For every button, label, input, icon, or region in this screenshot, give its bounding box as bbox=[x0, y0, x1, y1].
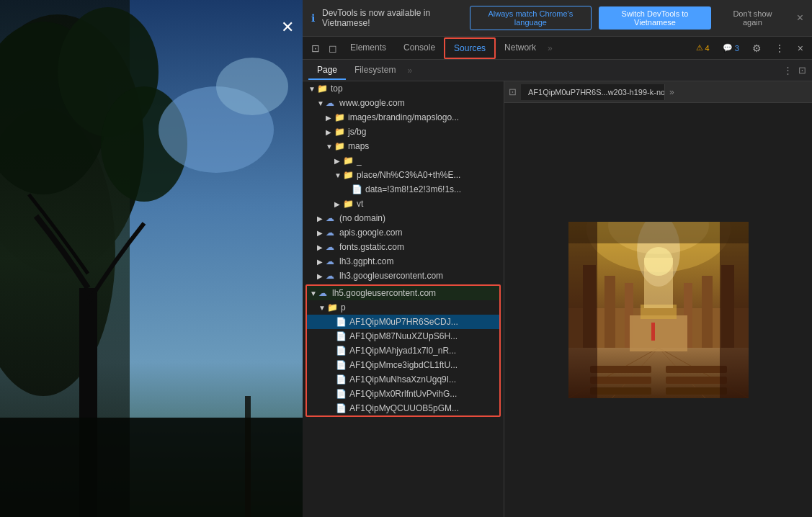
tree-arrow-lh3ggpht: ▶ bbox=[317, 258, 326, 266]
close-devtools-button[interactable]: ✕ bbox=[281, 18, 294, 37]
highlighted-section: ▼ ☁ lh5.googleusercontent.com ▼ 📁 p 📄 AF… bbox=[305, 284, 501, 417]
close-notification-button[interactable]: × bbox=[797, 12, 803, 24]
tab-console[interactable]: Console bbox=[395, 38, 444, 58]
close-devtools-x-icon[interactable]: × bbox=[793, 40, 808, 57]
tree-item-af1qipmm[interactable]: 📄 AF1QipMmce3igbdCL1ftU... bbox=[307, 358, 499, 372]
sub-toolbar-right: ⋮ ⊡ bbox=[783, 65, 806, 76]
warnings-badge[interactable]: ⚠ 4 bbox=[692, 42, 714, 54]
dont-show-button[interactable]: Don't show again bbox=[718, 6, 786, 30]
file-tree-panel: ▼ 📁 top ▼ ☁ www.google.com ▶ 📁 images/br… bbox=[303, 81, 504, 517]
tree-arrow-maps: ▼ bbox=[326, 143, 334, 150]
tree-item-top[interactable]: ▼ 📁 top bbox=[303, 81, 504, 96]
tree-item-images[interactable]: ▶ 📁 images/branding/mapslogo... bbox=[303, 110, 504, 125]
preview-panel-toggle[interactable]: ⊡ bbox=[509, 86, 517, 97]
tree-label-place: place/Nh%C3%A0+th%E... bbox=[357, 170, 460, 180]
device-icon[interactable]: ◻ bbox=[324, 40, 342, 57]
tab-elements[interactable]: Elements bbox=[342, 38, 395, 58]
preview-panel: ⊡ AF1QipM0uP7HR6S...w203-h199-k-no × » bbox=[504, 81, 812, 517]
tree-label-jsbg: js/bg bbox=[348, 127, 366, 137]
info-icon: ℹ bbox=[311, 12, 315, 24]
always-match-button[interactable]: Always match Chrome's language bbox=[470, 6, 592, 30]
tree-label-af1qipmx: AF1QipMx0RrlfntUvPvihG... bbox=[349, 389, 457, 399]
preview-tab-bar: ⊡ AF1QipM0uP7HR6S...w203-h199-k-no × » bbox=[504, 81, 812, 103]
messages-badge[interactable]: 💬 3 bbox=[718, 42, 744, 54]
toolbar-more-tabs[interactable]: » bbox=[545, 43, 556, 53]
tree-item-af1qip87[interactable]: 📄 AF1QipM87NuuXZUpS6H... bbox=[307, 329, 499, 343]
tree-item-place[interactable]: ▼ 📁 place/Nh%C3%A0+th%E... bbox=[303, 168, 504, 182]
tree-label-nodomain: (no domain) bbox=[339, 213, 385, 223]
sub-panel-icon[interactable]: ⋮ bbox=[783, 65, 793, 76]
tree-item-apis[interactable]: ▶ ☁ apis.google.com bbox=[303, 225, 504, 240]
tree-item-underscore[interactable]: ▶ 📁 _ bbox=[303, 153, 504, 168]
tree-item-nodomain[interactable]: ▶ ☁ (no domain) bbox=[303, 211, 504, 225]
cloud-icon-lh3ggpht: ☁ bbox=[326, 256, 337, 266]
tree-item-vt[interactable]: ▶ 📁 vt bbox=[303, 197, 504, 211]
tree-item-lh3google[interactable]: ▶ ☁ lh3.googleusercontent.com bbox=[303, 269, 504, 283]
tree-item-p[interactable]: ▼ 📁 p bbox=[307, 300, 499, 315]
tree-label-af1qip0: AF1QipM0uP7HR6SeCDJ... bbox=[349, 317, 458, 327]
sub-more-tabs[interactable]: » bbox=[407, 66, 412, 76]
file-icon-af1qipmy: 📄 bbox=[336, 403, 347, 413]
svg-rect-33 bbox=[590, 366, 651, 373]
tab-network[interactable]: Network bbox=[496, 38, 545, 58]
cloud-icon-lh5: ☁ bbox=[318, 288, 330, 298]
tree-item-fonts[interactable]: ▶ ☁ fonts.gstatic.com bbox=[303, 240, 504, 254]
tree-arrow-nodomain: ▶ bbox=[317, 215, 326, 222]
folder-icon-place: 📁 bbox=[343, 170, 354, 180]
tree-label-af1qip87: AF1QipM87NuuXZUpS6H... bbox=[349, 331, 458, 341]
svg-point-31 bbox=[644, 247, 673, 276]
sub-tab-filesystem[interactable]: Filesystem bbox=[346, 61, 404, 80]
tree-arrow-fonts: ▶ bbox=[317, 243, 326, 251]
tree-label-p: p bbox=[341, 302, 346, 313]
tree-item-lh5[interactable]: ▼ ☁ lh5.googleusercontent.com bbox=[307, 286, 499, 300]
tree-arrow-p: ▼ bbox=[318, 304, 327, 312]
svg-rect-34 bbox=[590, 377, 651, 384]
tree-arrow-place: ▼ bbox=[334, 171, 343, 179]
folder-icon-maps: 📁 bbox=[334, 141, 346, 151]
svg-rect-40 bbox=[720, 222, 749, 398]
folder-icon-vt: 📁 bbox=[343, 199, 354, 209]
file-icon-af1qip87: 📄 bbox=[336, 331, 347, 341]
tree-item-af1qipmu[interactable]: 📄 AF1QipMuNhsaXznUgq9I... bbox=[307, 372, 499, 387]
tree-label-google: www.google.com bbox=[339, 98, 405, 108]
cloud-icon-google: ☁ bbox=[326, 98, 337, 108]
tree-item-af1qipmy[interactable]: 📄 AF1QipMyQCUUOB5pGM... bbox=[307, 401, 499, 415]
tree-item-google[interactable]: ▼ ☁ www.google.com bbox=[303, 96, 504, 110]
tree-label-apis: apis.google.com bbox=[339, 228, 402, 238]
sub-settings-icon[interactable]: ⊡ bbox=[798, 65, 806, 76]
tree-label-af1qipmy: AF1QipMyQCUUOB5pGM... bbox=[349, 403, 459, 413]
tree-label-top: top bbox=[331, 84, 343, 94]
more-options-icon[interactable]: ⋮ bbox=[770, 40, 789, 57]
switch-devtools-button[interactable]: Switch DevTools to Vietnamese bbox=[599, 6, 711, 30]
inspect-icon[interactable]: ⊡ bbox=[307, 40, 324, 57]
folder-icon-underscore: 📁 bbox=[343, 156, 354, 166]
tree-item-lh3ggpht[interactable]: ▶ ☁ lh3.ggpht.com bbox=[303, 254, 504, 269]
devtools-panel: ℹ DevTools is now available in Vietnames… bbox=[303, 0, 812, 517]
tree-item-af1qipah[interactable]: 📄 AF1QipMAhjyad1x7l0_nR... bbox=[307, 343, 499, 358]
preview-tab-file[interactable]: AF1QipM0uP7HR6S...w203-h199-k-no × bbox=[521, 84, 665, 100]
preview-more-tabs[interactable]: » bbox=[669, 87, 674, 97]
tree-item-af1qip0[interactable]: 📄 AF1QipM0uP7HR6SeCDJ... bbox=[307, 315, 499, 329]
tree-item-jsbg[interactable]: ▶ 📁 js/bg bbox=[303, 125, 504, 139]
tree-item-af1qipmx[interactable]: 📄 AF1QipMx0RrlfntUvPvihG... bbox=[307, 387, 499, 401]
tree-label-fonts: fonts.gstatic.com bbox=[339, 242, 404, 252]
settings-icon[interactable]: ⚙ bbox=[748, 40, 766, 57]
tree-label-data: data=!3m8!1e2!3m6!1s... bbox=[365, 184, 461, 194]
folder-icon-top: 📁 bbox=[317, 84, 329, 94]
svg-rect-32 bbox=[651, 323, 655, 341]
cloud-icon-fonts: ☁ bbox=[326, 242, 337, 252]
cloud-icon-nodomain: ☁ bbox=[326, 213, 337, 223]
tree-arrow-vt: ▶ bbox=[334, 200, 343, 208]
main-content: ▼ 📁 top ▼ ☁ www.google.com ▶ 📁 images/br… bbox=[303, 81, 812, 517]
tab-sources[interactable]: Sources bbox=[444, 37, 496, 59]
toolbar-right: ⚠ 4 💬 3 ⚙ ⋮ × bbox=[692, 40, 808, 57]
tree-item-data-file[interactable]: 📄 data=!3m8!1e2!3m6!1s... bbox=[303, 182, 504, 197]
warn-count: 4 bbox=[705, 44, 710, 53]
folder-icon-p: 📁 bbox=[327, 302, 339, 313]
sub-tab-page[interactable]: Page bbox=[308, 61, 346, 80]
tree-label-vt: vt bbox=[357, 199, 363, 209]
tree-item-maps[interactable]: ▼ 📁 maps bbox=[303, 139, 504, 153]
file-icon-af1qipmu: 📄 bbox=[336, 374, 347, 385]
tree-arrow-google: ▼ bbox=[317, 99, 326, 107]
preview-tab-label: AF1QipM0uP7HR6S...w203-h199-k-no bbox=[528, 88, 665, 96]
